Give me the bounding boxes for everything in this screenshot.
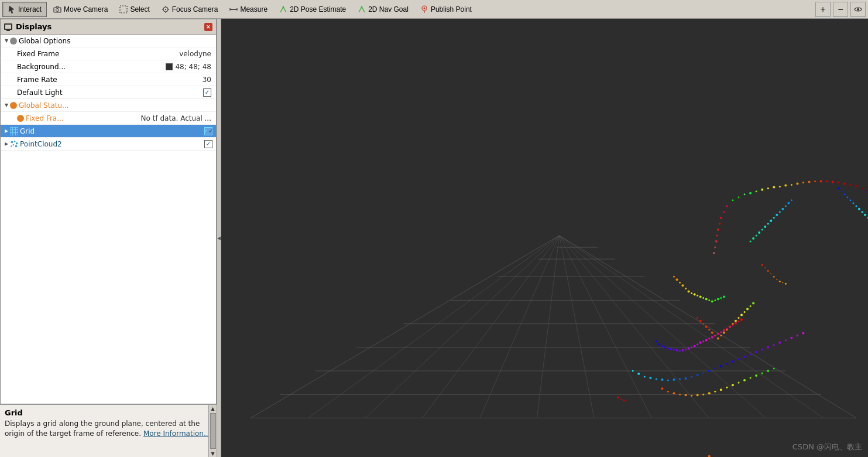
tree-row-frame-rate[interactable]: Frame Rate 30 xyxy=(1,73,216,86)
grid-visualization: .grid-line { stroke: #555; stroke-width:… xyxy=(221,19,868,457)
svg-point-231 xyxy=(726,387,728,388)
publish-point-button[interactable]: Publish Point xyxy=(415,2,477,17)
tree-row-fixed-frame[interactable]: Fixed Frame velodyne xyxy=(1,47,216,60)
more-information-link[interactable]: More Information... xyxy=(143,429,210,438)
tree-row-global-options[interactable]: ▼ Global Options xyxy=(1,35,216,47)
svg-point-99 xyxy=(723,211,725,213)
svg-point-118 xyxy=(781,208,784,210)
default-light-label: Default Light xyxy=(17,88,203,97)
svg-point-117 xyxy=(779,211,781,213)
plus-button[interactable]: + xyxy=(815,2,831,17)
svg-point-197 xyxy=(673,378,675,381)
svg-point-54 xyxy=(732,199,733,201)
tree-row-global-status[interactable]: ▼ Global Statu... xyxy=(1,99,216,112)
displays-close-button[interactable]: × xyxy=(204,23,212,31)
svg-point-65 xyxy=(796,183,798,185)
tree-row-default-light[interactable]: Default Light xyxy=(1,86,216,99)
svg-point-4 xyxy=(165,9,166,10)
svg-point-147 xyxy=(717,337,719,340)
svg-point-225 xyxy=(691,395,692,397)
svg-point-18 xyxy=(423,7,425,9)
svg-point-179 xyxy=(711,336,713,339)
svg-point-16 xyxy=(361,6,363,8)
tree-row-pointcloud2[interactable]: ▶ PointCloud2 xyxy=(1,138,216,151)
expand-grid[interactable]: ▶ xyxy=(3,128,10,135)
default-light-checkbox[interactable] xyxy=(203,88,211,97)
displays-panel: Displays × ▼ Global Options Fixed Frame xyxy=(0,19,217,404)
2d-nav-button[interactable]: 2D Nav Goal xyxy=(352,2,414,17)
interact-button[interactable]: Interact xyxy=(2,2,47,17)
svg-rect-2 xyxy=(120,6,127,13)
svg-point-67 xyxy=(808,181,811,183)
grid-checkbox[interactable]: ✓ xyxy=(204,127,212,135)
grid-icon xyxy=(10,127,18,135)
3d-viewport[interactable]: .grid-line { stroke: #555; stroke-width:… xyxy=(221,19,868,457)
svg-point-107 xyxy=(750,241,752,243)
scroll-down-arrow[interactable]: ▼ xyxy=(210,450,217,457)
svg-point-115 xyxy=(773,217,775,219)
move-camera-button[interactable]: Move Camera xyxy=(48,2,113,17)
eye-button[interactable] xyxy=(850,2,866,17)
svg-point-68 xyxy=(814,180,816,182)
svg-point-265 xyxy=(761,264,763,266)
svg-point-240 xyxy=(617,397,619,398)
expand-pointcloud2[interactable]: ▶ xyxy=(3,141,10,148)
svg-point-142 xyxy=(702,323,704,325)
focus-camera-button[interactable]: Focus Camera xyxy=(156,2,224,17)
svg-point-153 xyxy=(735,320,737,322)
svg-point-236 xyxy=(755,374,757,377)
svg-point-182 xyxy=(720,331,722,333)
scroll-up-arrow[interactable]: ▲ xyxy=(210,405,217,412)
svg-point-111 xyxy=(761,228,763,230)
pointcloud2-checkbox[interactable] xyxy=(204,140,212,148)
svg-point-85 xyxy=(855,205,857,207)
publish-icon xyxy=(420,5,428,13)
select-label: Select xyxy=(130,5,149,13)
2d-pose-button[interactable]: 2D Pose Estimate xyxy=(274,2,351,17)
svg-point-127 xyxy=(688,290,690,292)
expand-global-status[interactable]: ▼ xyxy=(3,102,10,109)
expand-global-options[interactable]: ▼ xyxy=(3,37,10,45)
gear-icon xyxy=(10,37,17,45)
frame-rate-value: 30 xyxy=(203,76,216,84)
select-button[interactable]: Select xyxy=(114,2,155,17)
tree-row-background[interactable]: Background... 48; 48; 48 xyxy=(1,60,216,73)
focus-camera-label: Focus Camera xyxy=(172,5,218,13)
svg-point-206 xyxy=(726,363,728,364)
svg-point-73 xyxy=(843,183,846,185)
tree-row-grid[interactable]: ▶ Grid ✓ xyxy=(1,125,216,138)
svg-point-222 xyxy=(673,392,675,394)
svg-point-98 xyxy=(726,205,728,207)
pointcloud2-label: PointCloud2 xyxy=(20,140,204,148)
svg-point-164 xyxy=(667,347,669,349)
svg-point-270 xyxy=(776,279,777,280)
description-scrollbar[interactable]: ▲ ▼ xyxy=(208,405,217,457)
minus-button[interactable]: − xyxy=(833,2,848,17)
svg-point-71 xyxy=(832,181,834,183)
svg-point-238 xyxy=(767,370,769,372)
svg-point-177 xyxy=(705,339,708,342)
svg-point-144 xyxy=(708,329,710,330)
svg-point-112 xyxy=(764,226,766,228)
svg-point-158 xyxy=(750,305,752,307)
svg-point-113 xyxy=(767,223,769,224)
toolbar: Interact Move Camera Select Focus Camera xyxy=(0,0,868,19)
tree-row-fixed-frame-status[interactable]: Fixed Fra... No tf data. Actual ... xyxy=(1,112,216,125)
svg-point-268 xyxy=(770,273,771,274)
svg-point-218 xyxy=(797,335,798,336)
svg-point-163 xyxy=(664,346,666,349)
scroll-thumb[interactable] xyxy=(210,413,216,449)
svg-point-198 xyxy=(679,378,681,380)
svg-point-266 xyxy=(764,267,766,268)
svg-point-101 xyxy=(719,223,721,224)
svg-point-137 xyxy=(717,298,719,300)
panel-collapse-handle[interactable] xyxy=(217,19,221,457)
svg-point-183 xyxy=(723,329,725,332)
svg-point-130 xyxy=(697,295,698,296)
displays-header: Displays × xyxy=(1,19,216,35)
measure-button[interactable]: Measure xyxy=(224,2,273,17)
svg-point-227 xyxy=(702,394,704,395)
svg-point-69 xyxy=(820,180,822,183)
svg-point-233 xyxy=(737,382,739,384)
svg-point-228 xyxy=(708,392,711,394)
